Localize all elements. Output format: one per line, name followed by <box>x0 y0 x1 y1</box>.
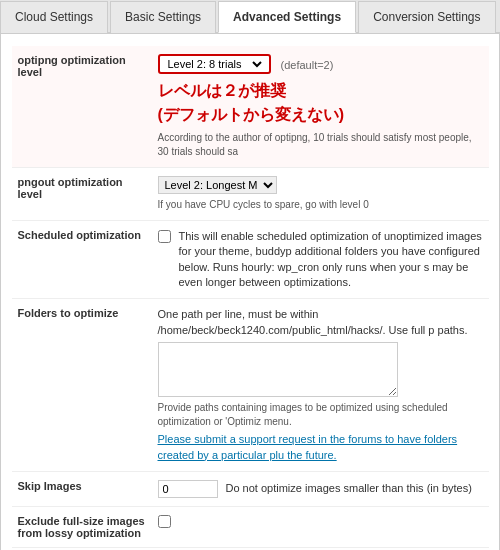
optipng-annotation-line2: (デフォルトから変えない) <box>158 104 483 126</box>
scheduled-description: This will enable scheduled optimization … <box>179 229 483 291</box>
folders-value-cell: One path per line, must be within /home/… <box>152 299 489 472</box>
tab-conversion[interactable]: Conversion Settings <box>358 1 495 33</box>
settings-content: optipng optimization level Level 2: 8 tr… <box>0 33 500 550</box>
optipng-select[interactable]: Level 2: 8 trials Level 1: 4 trials Leve… <box>164 57 265 71</box>
tab-bar: Cloud Settings Basic Settings Advanced S… <box>0 0 500 33</box>
skip-images-label: Skip Images <box>12 471 152 506</box>
tab-basic[interactable]: Basic Settings <box>110 1 216 33</box>
skip-images-value-cell: Do not optimize images smaller than this… <box>152 471 489 506</box>
exclude-fullsize-label: Exclude full-size images from lossy opti… <box>12 506 152 547</box>
scheduled-value-cell: This will enable scheduled optimization … <box>152 220 489 299</box>
pngout-level-select[interactable]: Level 2: Longest M Level 0 Level 1 <box>158 176 277 194</box>
skip-images-input[interactable] <box>158 480 218 498</box>
scheduled-checkbox[interactable] <box>158 230 171 243</box>
folders-textarea[interactable] <box>158 342 398 397</box>
exclude-fullsize-value-cell <box>152 506 489 547</box>
pngout-level-value-cell: Level 2: Longest M Level 0 Level 1 If yo… <box>152 167 489 220</box>
optipng-row: optipng optimization level Level 2: 8 tr… <box>12 46 489 167</box>
pngout-level-description: If you have CPU cycles to spare, go with… <box>158 198 483 212</box>
scheduled-label: Scheduled optimization <box>12 220 152 299</box>
pngout-level-label: pngout optimization level <box>12 167 152 220</box>
skip-images-description: Do not optimize images smaller than this… <box>226 481 472 496</box>
folders-label: Folders to optimize <box>12 299 152 472</box>
exclude-fullsize-checkbox[interactable] <box>158 515 171 528</box>
optipng-value-cell: Level 2: 8 trials Level 1: 4 trials Leve… <box>152 46 489 167</box>
tab-cloud[interactable]: Cloud Settings <box>0 1 108 33</box>
settings-table: optipng optimization level Level 2: 8 tr… <box>11 46 489 550</box>
optipng-default-label: (default=2) <box>281 58 334 73</box>
scheduled-checkbox-label[interactable]: This will enable scheduled optimization … <box>158 229 483 291</box>
exclude-fullsize-row: Exclude full-size images from lossy opti… <box>12 506 489 547</box>
folders-below-text: Provide paths containing images to be op… <box>158 401 483 429</box>
tab-advanced[interactable]: Advanced Settings <box>218 1 356 33</box>
pngout-level-row: pngout optimization level Level 2: Longe… <box>12 167 489 220</box>
optipng-select-wrapper[interactable]: Level 2: 8 trials Level 1: 4 trials Leve… <box>158 54 271 74</box>
optipng-description: According to the author of optipng, 10 t… <box>158 131 483 159</box>
folders-support-link[interactable]: Please submit a support request in the f… <box>158 433 458 460</box>
scheduled-row: Scheduled optimization This will enable … <box>12 220 489 299</box>
optipng-label: optipng optimization level <box>12 46 152 167</box>
optipng-annotation-line1: レベルは２が推奨 <box>158 80 483 102</box>
skip-images-row: Skip Images Do not optimize images small… <box>12 471 489 506</box>
folders-row: Folders to optimize One path per line, m… <box>12 299 489 472</box>
folders-description: One path per line, must be within /home/… <box>158 307 483 338</box>
